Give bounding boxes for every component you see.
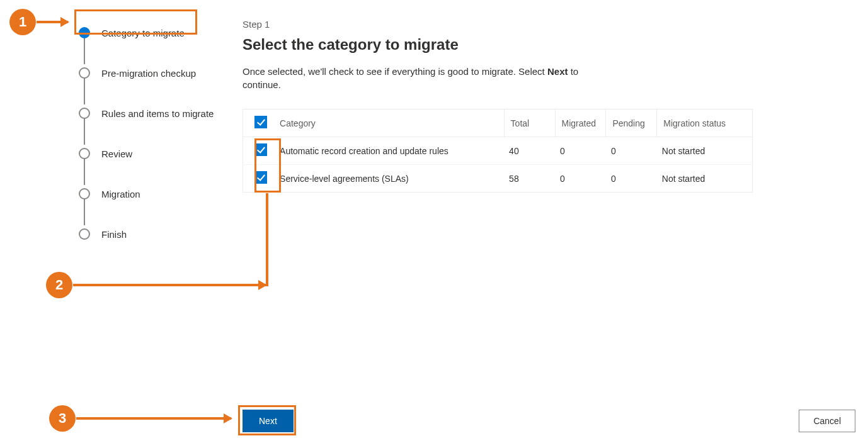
row-category: Automatic record creation and update rul…	[275, 137, 504, 165]
row-total: 58	[504, 165, 555, 193]
table-header-row: Category Total Migrated Pending Migratio…	[243, 109, 753, 137]
wizard-step-category[interactable]: Category to migrate	[79, 13, 224, 53]
header-total[interactable]: Total	[504, 109, 555, 137]
row-category: Service-level agreements (SLAs)	[275, 165, 504, 193]
annotation-arrow-icon	[37, 21, 68, 23]
cancel-button[interactable]: Cancel	[799, 410, 855, 432]
row-pending: 0	[606, 137, 657, 165]
annotation-marker-3: 3	[49, 405, 76, 432]
wizard-step-migration[interactable]: Migration	[79, 174, 224, 214]
row-pending: 0	[606, 165, 657, 193]
wizard-step-label: Migration	[101, 189, 140, 199]
desc-text-pre: Once selected, we'll check to see if eve…	[243, 66, 547, 77]
wizard-connector-icon	[84, 118, 85, 145]
category-table: Category Total Migrated Pending Migratio…	[243, 109, 753, 193]
wizard-marker-icon	[79, 148, 90, 159]
desc-text-bold: Next	[547, 66, 568, 77]
checkbox-checked-icon[interactable]	[254, 143, 267, 156]
wizard-connector-icon	[84, 199, 85, 225]
wizard-step-finish[interactable]: Finish	[79, 214, 224, 254]
next-button[interactable]: Next	[243, 410, 294, 432]
wizard-step-label: Pre-migration checkup	[101, 68, 196, 79]
step-number: Step 1	[243, 19, 843, 30]
wizard-marker-icon	[79, 67, 90, 79]
wizard-sidebar: Category to migrate Pre-migration checku…	[79, 13, 224, 254]
header-status[interactable]: Migration status	[657, 109, 753, 137]
wizard-step-label: Category to migrate	[101, 28, 185, 38]
wizard-connector-icon	[84, 38, 85, 64]
wizard-marker-icon	[79, 108, 90, 119]
row-checkbox-cell[interactable]	[243, 165, 275, 193]
header-migrated[interactable]: Migrated	[555, 109, 606, 137]
wizard-step-label: Review	[101, 148, 132, 159]
wizard-step-label: Finish	[101, 229, 127, 240]
table-row[interactable]: Service-level agreements (SLAs) 58 0 0 N…	[243, 165, 753, 193]
wizard-step-label: Rules and items to migrate	[101, 108, 214, 119]
header-category[interactable]: Category	[275, 109, 504, 137]
wizard-step-review[interactable]: Review	[79, 133, 224, 174]
wizard-step-rules[interactable]: Rules and items to migrate	[79, 93, 224, 133]
step-description: Once selected, we'll check to see if eve…	[243, 65, 595, 91]
wizard-marker-icon	[79, 188, 90, 199]
table-row[interactable]: Automatic record creation and update rul…	[243, 137, 753, 165]
wizard-step-pre-migration[interactable]: Pre-migration checkup	[79, 53, 224, 93]
main-content: Step 1 Select the category to migrate On…	[243, 19, 843, 193]
page-title: Select the category to migrate	[243, 36, 843, 53]
header-pending[interactable]: Pending	[606, 109, 657, 137]
checkbox-checked-icon[interactable]	[254, 116, 267, 128]
annotation-line-icon	[266, 193, 268, 286]
annotation-marker-1: 1	[9, 9, 36, 35]
annotation-arrow-icon	[73, 284, 266, 286]
wizard-connector-icon	[84, 78, 85, 104]
row-status: Not started	[657, 165, 753, 193]
row-migrated: 0	[555, 137, 606, 165]
annotation-marker-2: 2	[46, 272, 72, 298]
annotation-arrow-icon	[76, 417, 231, 420]
row-migrated: 0	[555, 165, 606, 193]
wizard-marker-icon	[79, 228, 90, 240]
checkbox-checked-icon[interactable]	[254, 171, 267, 184]
wizard-connector-icon	[84, 159, 85, 185]
wizard-marker-active-icon	[79, 27, 90, 38]
header-checkbox[interactable]	[243, 109, 275, 137]
row-status: Not started	[657, 137, 753, 165]
row-checkbox-cell[interactable]	[243, 137, 275, 165]
row-total: 40	[504, 137, 555, 165]
wizard-footer: Next Cancel	[243, 410, 855, 432]
